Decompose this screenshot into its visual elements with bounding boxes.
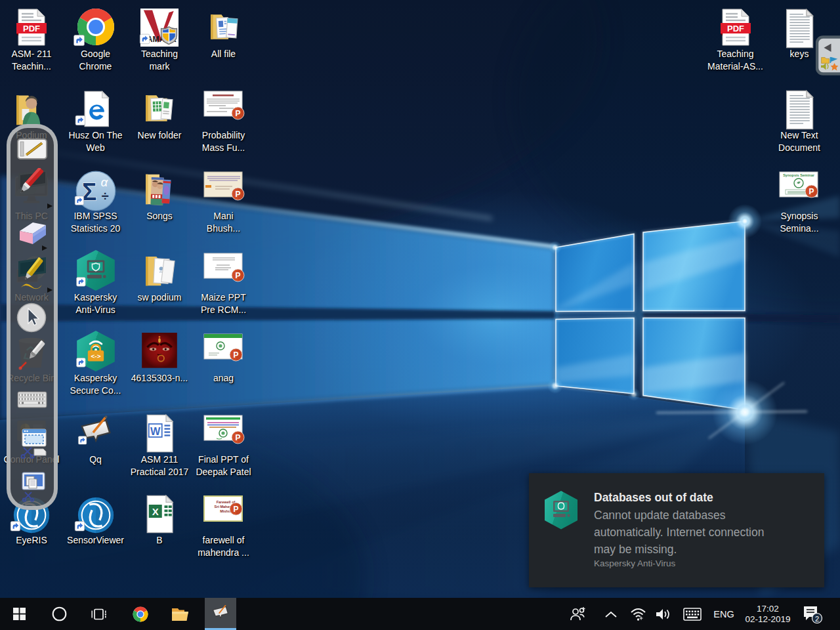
svg-text:2: 2	[815, 614, 819, 622]
svg-text:P: P	[233, 505, 238, 514]
svg-text:P: P	[808, 187, 814, 196]
svg-text:X: X	[152, 506, 159, 517]
svg-text:P: P	[235, 190, 240, 199]
svg-text:P: P	[235, 109, 240, 118]
svg-text:PDF: PDF	[23, 24, 40, 33]
svg-text:PDF: PDF	[727, 24, 744, 33]
svg-text:Farewell of: Farewell of	[216, 500, 235, 504]
svg-text:Σ: Σ	[81, 178, 96, 205]
svg-text:Synopsis Seminar: Synopsis Seminar	[783, 173, 815, 177]
svg-text:α: α	[100, 175, 108, 189]
svg-text:W: W	[150, 425, 161, 437]
svg-text:P: P	[235, 433, 240, 442]
svg-text:P: P	[235, 271, 240, 280]
svg-text:P: P	[233, 350, 238, 360]
svg-text:<->: <->	[91, 352, 100, 360]
svg-text:÷: ÷	[101, 189, 108, 203]
